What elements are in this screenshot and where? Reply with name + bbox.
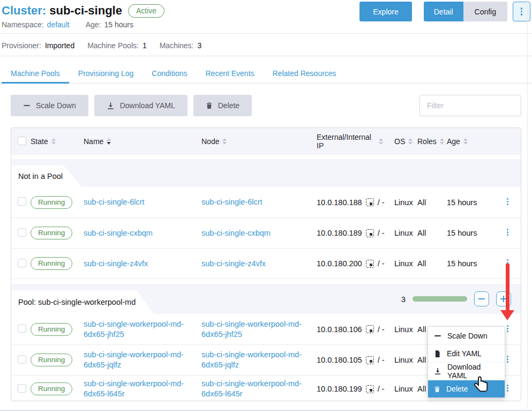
row-checkbox[interactable] xyxy=(18,384,26,393)
internal-ip: / - xyxy=(378,325,385,334)
tab-recent-events[interactable]: Recent Events xyxy=(197,63,264,83)
filter-input[interactable] xyxy=(419,95,521,116)
external-ip: 10.0.180.105 xyxy=(317,356,362,364)
machine-pools-label: Machine Pools: xyxy=(87,41,139,50)
explore-button[interactable]: Explore xyxy=(359,2,411,21)
machine-name-link[interactable]: sub-ci-single-workerpool-md-6dx65-l645r xyxy=(84,379,201,399)
table-row: Running sub-ci-single-cxbqm sub-ci-singl… xyxy=(11,217,521,248)
state-badge: Running xyxy=(31,382,72,395)
copy-icon[interactable] xyxy=(366,260,374,268)
select-all-checkbox[interactable] xyxy=(18,137,26,145)
header-actions: Explore Detail Config xyxy=(359,2,530,21)
node-link[interactable]: sub-ci-single-cxbqm xyxy=(201,228,278,238)
state-badge: Running xyxy=(31,196,72,209)
download-icon xyxy=(434,367,441,375)
row-actions-kebab-icon[interactable] xyxy=(507,197,508,206)
external-ip: 10.0.180.200 xyxy=(317,259,362,268)
internal-ip: / - xyxy=(378,259,385,268)
menu-item-label: Download YAML xyxy=(447,363,499,380)
sort-icon[interactable] xyxy=(408,138,413,145)
row-checkbox[interactable] xyxy=(18,259,26,267)
delete-button[interactable]: Delete xyxy=(193,95,252,116)
row-actions-kebab-icon[interactable] xyxy=(507,324,508,333)
tab-conditions[interactable]: Conditions xyxy=(143,63,196,83)
menu-item-label: Scale Down xyxy=(447,332,488,340)
cluster-summary: Provisioner:Imported Machine Pools:1 Mac… xyxy=(2,41,214,50)
config-view-button[interactable]: Config xyxy=(463,2,507,21)
row-actions-kebab-icon[interactable] xyxy=(507,384,508,393)
detail-view-button[interactable]: Detail xyxy=(424,2,463,21)
namespace-link[interactable]: default xyxy=(47,20,70,29)
node-link[interactable]: sub-ci-single-6lcrt xyxy=(201,197,270,207)
pool-scale-widget: 3 xyxy=(401,291,511,306)
menu-item-delete[interactable]: Delete xyxy=(428,380,505,397)
machine-name-link[interactable]: sub-ci-single-cxbqm xyxy=(84,228,160,238)
sort-icon[interactable] xyxy=(222,138,227,145)
sort-icon[interactable] xyxy=(463,138,468,145)
age-value: 15 hours xyxy=(104,20,133,29)
col-name: Name xyxy=(84,137,103,146)
state-badge: Running xyxy=(31,323,72,336)
tab-machine-pools[interactable]: Machine Pools xyxy=(2,63,69,83)
machine-name-link[interactable]: sub-ci-single-6lcrt xyxy=(84,197,152,207)
group-title: Not in a Pool xyxy=(18,172,63,181)
copy-icon[interactable] xyxy=(366,229,374,237)
cluster-actions-button[interactable] xyxy=(513,2,530,21)
node-link[interactable]: sub-ci-single-workerpool-md-6dx65-jqlfz xyxy=(201,350,317,370)
tab-related-resources[interactable]: Related Resources xyxy=(264,63,346,83)
file-icon xyxy=(434,350,441,357)
provisioner-label: Provisioner: xyxy=(2,41,41,50)
page-bottom-divider xyxy=(0,410,532,411)
copy-icon[interactable] xyxy=(366,198,374,206)
internal-ip: / - xyxy=(378,385,385,393)
col-age: Age xyxy=(447,137,460,146)
group-header-not-in-pool: Not in a Pool xyxy=(11,159,521,187)
table-header-row: State Name Node External/Internal IP OS … xyxy=(11,128,521,155)
state-badge: Running xyxy=(31,354,72,366)
download-yaml-button[interactable]: Download YAML xyxy=(94,95,188,116)
menu-item-download-yaml[interactable]: Download YAML xyxy=(428,362,505,380)
tab-bar: Machine Pools Provisioning Log Condition… xyxy=(0,63,532,84)
copy-icon[interactable] xyxy=(366,325,374,333)
col-os: OS xyxy=(394,137,405,146)
tab-provisioning-log[interactable]: Provisioning Log xyxy=(69,63,143,83)
row-checkbox[interactable] xyxy=(18,324,26,333)
os-value: Linux xyxy=(394,385,417,393)
sort-icon[interactable] xyxy=(440,138,444,145)
row-actions-kebab-icon[interactable] xyxy=(507,258,508,267)
row-checkbox[interactable] xyxy=(18,197,26,206)
machine-name-link[interactable]: sub-ci-single-z4vfx xyxy=(84,259,155,269)
row-checkbox[interactable] xyxy=(18,355,26,364)
machine-name-link[interactable]: sub-ci-single-workerpool-md-6dx65-jhf25 xyxy=(84,319,201,340)
machine-name-link[interactable]: sub-ci-single-workerpool-md-6dx65-jqlfz xyxy=(84,350,201,370)
sort-icon[interactable] xyxy=(379,138,383,145)
bulk-actions-toolbar: Scale Down Download YAML Delete xyxy=(11,95,521,116)
row-actions-kebab-icon[interactable] xyxy=(507,228,508,237)
group-title: Pool: sub-ci-single-workerpool-md xyxy=(18,298,136,306)
copy-icon[interactable] xyxy=(366,385,374,393)
header-divider xyxy=(0,33,532,34)
age-value: 15 hours xyxy=(447,259,500,268)
menu-item-scale-down[interactable]: Scale Down xyxy=(428,327,505,344)
row-checkbox[interactable] xyxy=(18,228,26,237)
pool-scale-up-button[interactable] xyxy=(496,291,511,306)
node-link[interactable]: sub-ci-single-z4vfx xyxy=(201,259,273,269)
pool-scale-down-button[interactable] xyxy=(474,291,489,306)
scale-down-button[interactable]: Scale Down xyxy=(11,95,88,116)
summary-divider xyxy=(0,56,532,56)
machine-pools-value: 1 xyxy=(143,41,147,50)
menu-item-label: Delete xyxy=(446,385,468,393)
node-link[interactable]: sub-ci-single-workerpool-md-6dx65-l645r xyxy=(201,379,317,399)
row-actions-kebab-icon[interactable] xyxy=(507,355,508,364)
roles-value: All xyxy=(417,259,447,268)
menu-item-label: Edit YAML xyxy=(447,349,482,358)
sort-icon[interactable] xyxy=(107,138,111,145)
plus-icon xyxy=(500,296,507,302)
sort-icon[interactable] xyxy=(51,138,56,145)
download-yaml-label: Download YAML xyxy=(120,101,175,110)
menu-item-edit-yaml[interactable]: Edit YAML xyxy=(428,344,505,362)
node-link[interactable]: sub-ci-single-workerpool-md-6dx65-jhf25 xyxy=(201,319,317,340)
view-toggle: Detail Config xyxy=(424,2,507,21)
status-badge: Active xyxy=(128,4,164,18)
copy-icon[interactable] xyxy=(366,356,374,364)
